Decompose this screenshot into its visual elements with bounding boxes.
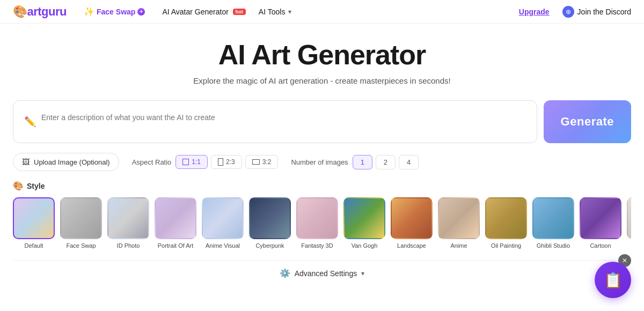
style-thumb-image <box>156 198 195 238</box>
aspect-ratio-group: Aspect Ratio 1:1 2:3 3:2 <box>132 155 279 169</box>
ratio-options: 1:1 2:3 3:2 <box>175 155 278 169</box>
style-item[interactable]: Van Gogh <box>343 197 385 249</box>
style-thumbnail <box>485 197 527 239</box>
advanced-settings-row[interactable]: ⚙️ Advanced Settings ▾ <box>13 260 631 283</box>
style-item[interactable]: Sketch <box>627 197 631 249</box>
style-thumb-image <box>581 198 620 238</box>
style-name: Portrait Of Art <box>155 242 196 249</box>
wand-icon: ✨ <box>84 6 94 17</box>
style-name: Anime Visual <box>202 242 244 249</box>
style-thumb-image <box>14 198 54 238</box>
style-thumbnail <box>438 197 480 239</box>
advanced-settings-label: Advanced Settings <box>295 269 357 278</box>
style-item[interactable]: Anime Visual <box>202 197 244 249</box>
style-item[interactable]: Landscape <box>391 197 433 249</box>
page-title: AI Art Generator <box>13 39 631 71</box>
style-name: Landscape <box>391 242 433 249</box>
style-name: Face Swap <box>60 242 102 249</box>
num-2-button[interactable]: 2 <box>376 155 396 169</box>
style-thumb-image <box>203 198 243 238</box>
avatar-label: AI Avatar Generator <box>162 8 228 16</box>
style-item[interactable]: Cartoon <box>580 197 621 249</box>
nav-ai-tools[interactable]: AI Tools ▾ <box>259 8 292 16</box>
hot-badge: hot <box>233 9 246 15</box>
discord-label: Join the Discord <box>577 8 631 16</box>
style-name: Fantasty 3D <box>296 242 338 249</box>
num-images-label: Number of images <box>291 158 348 166</box>
floating-action-icon: 📋 <box>604 271 623 289</box>
style-thumb-image <box>486 198 526 238</box>
style-thumb-image <box>250 198 290 238</box>
style-thumb-image <box>345 198 384 238</box>
upload-label: Upload Image (Optional) <box>34 158 110 166</box>
num-images-options: 1 2 4 <box>353 155 419 169</box>
wide-ratio-icon <box>252 159 260 165</box>
style-thumbnail <box>202 197 244 239</box>
upload-icon: 🖼 <box>22 158 30 166</box>
style-item[interactable]: Cyberpunk <box>249 197 291 249</box>
pencil-icon: ✏️ <box>24 116 36 128</box>
style-thumbnail <box>343 197 385 239</box>
main-content: AI Art Generator Explore the magic of AI… <box>0 24 644 291</box>
style-name: ID Photo <box>107 242 149 249</box>
logo[interactable]: 🎨artguru <box>13 5 67 19</box>
floating-action-button[interactable]: 📋 <box>595 262 631 298</box>
style-thumbnail <box>532 197 574 239</box>
discord-button[interactable]: ⊕ Join the Discord <box>562 6 631 18</box>
generate-button[interactable]: Generate <box>544 100 631 143</box>
face-swap-label: Face Swap <box>97 8 135 16</box>
chevron-down-icon: ▾ <box>361 270 364 277</box>
nav-face-swap[interactable]: ✨ Face Swap + <box>79 4 149 19</box>
style-thumb-image <box>297 198 337 238</box>
ratio-2-3-label: 2:3 <box>226 158 235 166</box>
style-item[interactable]: Face Swap <box>60 197 102 249</box>
style-thumb-image <box>533 198 573 238</box>
style-item[interactable]: Fantasty 3D <box>296 197 338 249</box>
style-label: Style <box>27 182 45 190</box>
style-item[interactable]: Default <box>13 197 55 249</box>
style-icon: 🎨 <box>13 181 24 191</box>
style-item[interactable]: Oil Painting <box>485 197 527 249</box>
style-item[interactable]: Anime <box>438 197 480 249</box>
style-thumb-image <box>392 198 431 238</box>
style-thumb-image <box>439 198 479 238</box>
style-name: Default <box>13 242 55 249</box>
style-thumb-image <box>108 198 148 238</box>
plus-badge: + <box>137 8 145 16</box>
header: 🎨artguru ✨ Face Swap + AI Avatar Generat… <box>0 0 644 24</box>
num-1-button[interactable]: 1 <box>353 155 372 169</box>
style-grid: Default Face Swap ID Photo Portrait Of A… <box>13 197 631 254</box>
settings-icon: ⚙️ <box>280 268 290 278</box>
ratio-1-1-button[interactable]: 1:1 <box>175 155 208 169</box>
style-thumbnail <box>296 197 338 239</box>
ratio-2-3-button[interactable]: 2:3 <box>211 155 242 169</box>
logo-text: artguru <box>27 5 67 18</box>
ratio-1-1-label: 1:1 <box>192 158 201 166</box>
style-thumbnail <box>249 197 291 239</box>
ratio-3-2-label: 3:2 <box>262 158 272 166</box>
style-name: Cartoon <box>580 242 621 249</box>
style-thumbnail <box>627 197 631 239</box>
page-subtitle: Explore the magic of AI art generation -… <box>13 76 631 85</box>
style-thumbnail <box>391 197 433 239</box>
style-item[interactable]: ID Photo <box>107 197 149 249</box>
style-thumb-image <box>628 198 631 238</box>
chevron-down-icon: ▾ <box>288 8 291 16</box>
style-header: 🎨 Style <box>13 181 631 191</box>
discord-icon: ⊕ <box>562 6 574 18</box>
style-name: Ghibli Studio <box>532 242 574 249</box>
style-item[interactable]: Ghibli Studio <box>532 197 574 249</box>
controls-row: 🖼 Upload Image (Optional) Aspect Ratio 1… <box>13 153 631 171</box>
prompt-input[interactable] <box>41 113 526 130</box>
ratio-3-2-button[interactable]: 3:2 <box>245 155 279 169</box>
upload-image-button[interactable]: 🖼 Upload Image (Optional) <box>13 153 119 171</box>
style-thumb-image <box>61 198 101 238</box>
upgrade-button[interactable]: Upgrade <box>519 8 550 16</box>
num-4-button[interactable]: 4 <box>399 155 419 169</box>
nav-avatar-generator[interactable]: AI Avatar Generator hot <box>162 8 245 16</box>
style-name: Oil Painting <box>485 242 527 249</box>
style-item[interactable]: Portrait Of Art <box>155 197 196 249</box>
style-name: Cyberpunk <box>249 242 291 249</box>
input-row: ✏️ Generate <box>13 100 631 143</box>
style-name: Anime <box>438 242 480 249</box>
